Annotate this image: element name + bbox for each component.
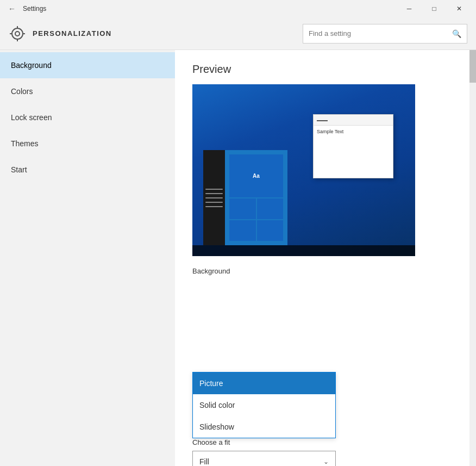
preview-start-left (203, 150, 225, 245)
minimize-button[interactable]: ─ (397, 0, 422, 17)
sidebar-item-background[interactable]: Background (0, 52, 175, 78)
preview-taskbar (192, 245, 415, 256)
dropdown-option-picture[interactable]: Picture (193, 372, 335, 394)
svg-point-0 (12, 28, 23, 39)
fit-value: Fill (199, 457, 209, 466)
sidebar: Background Colors Lock screen Themes Sta… (0, 50, 175, 466)
background-section-label: Background (192, 267, 459, 275)
preview-tile-2 (257, 198, 284, 219)
page-header-title: PERSONALIZATION (33, 29, 112, 38)
maximize-button[interactable]: □ (422, 0, 447, 17)
content-area: Preview Sample Text (175, 50, 476, 466)
header: PERSONALIZATION 🔍 (0, 17, 476, 50)
preview-window-minimize-icon (317, 120, 328, 121)
background-dropdown[interactable]: Picture Solid color Slideshow (192, 372, 336, 399)
fit-label: Choose a fit (192, 438, 459, 446)
preview-window-content: Sample Text (314, 126, 393, 138)
preview-title: Preview (192, 63, 459, 76)
search-icon: 🔍 (452, 29, 461, 38)
app-title: Settings (23, 5, 46, 13)
sidebar-item-lock-screen[interactable]: Lock screen (0, 104, 175, 131)
sidebar-item-colors[interactable]: Colors (0, 78, 175, 104)
fit-dropdown[interactable]: Fill ⌄ (192, 451, 336, 466)
dropdown-option-solid-color[interactable]: Solid color (193, 394, 335, 416)
main-layout: Background Colors Lock screen Themes Sta… (0, 50, 476, 466)
back-button[interactable]: ← (4, 1, 20, 16)
preview-desktop: Sample Text Aa (192, 84, 415, 256)
preview-tile-3 (229, 220, 256, 241)
chevron-down-icon: ⌄ (323, 458, 329, 465)
preview-window: Sample Text (313, 114, 393, 178)
close-button[interactable]: ✕ (447, 0, 472, 17)
preview-start-right: Aa (225, 150, 287, 245)
window-controls: ─ □ ✕ (397, 0, 472, 17)
preview-tile-aa: Aa (229, 154, 283, 197)
preview-tile-4 (257, 220, 284, 241)
scrollbar[interactable] (469, 50, 476, 466)
svg-point-1 (15, 32, 20, 36)
scrollbar-thumb[interactable] (469, 50, 476, 83)
preview-tile-1 (229, 198, 256, 219)
dropdown-option-slideshow[interactable]: Slideshow (193, 416, 335, 438)
sidebar-item-start[interactable]: Start (0, 157, 175, 183)
titlebar: ← Settings ─ □ ✕ (0, 0, 476, 17)
dropdown-open-menu: Picture Solid color Slideshow (192, 372, 336, 438)
personalization-icon (9, 25, 26, 42)
sidebar-item-themes[interactable]: Themes (0, 131, 175, 157)
preview-start-menu: Aa (203, 150, 287, 245)
preview-container: Sample Text Aa (192, 84, 415, 256)
search-input[interactable] (309, 29, 452, 38)
search-box[interactable]: 🔍 (303, 24, 467, 44)
preview-window-titlebar (314, 115, 393, 126)
